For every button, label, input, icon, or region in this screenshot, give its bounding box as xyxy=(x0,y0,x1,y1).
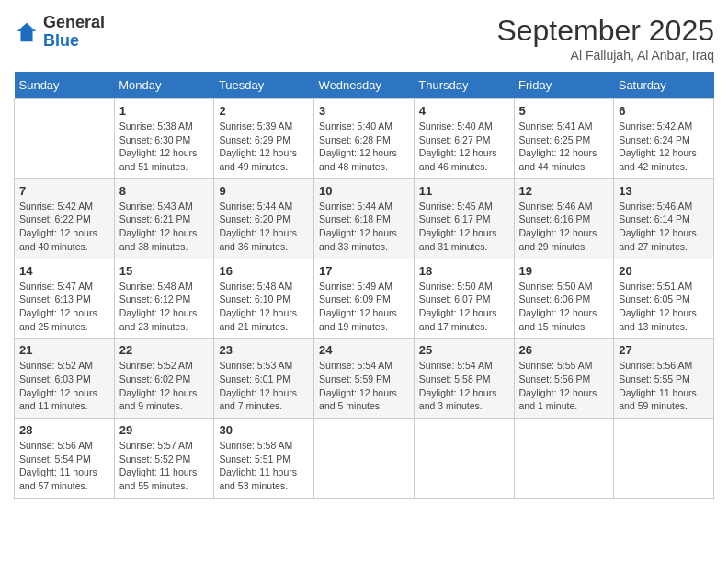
weekday-header-row: SundayMondayTuesdayWednesdayThursdayFrid… xyxy=(15,72,714,99)
day-info: Sunrise: 5:52 AM Sunset: 6:03 PM Dayligh… xyxy=(19,359,109,413)
calendar-cell: 1Sunrise: 5:38 AM Sunset: 6:30 PM Daylig… xyxy=(114,99,214,179)
calendar-cell: 5Sunrise: 5:41 AM Sunset: 6:25 PM Daylig… xyxy=(514,99,614,179)
day-info: Sunrise: 5:55 AM Sunset: 5:56 PM Dayligh… xyxy=(519,359,609,413)
day-number: 9 xyxy=(219,184,309,198)
calendar-cell: 24Sunrise: 5:54 AM Sunset: 5:59 PM Dayli… xyxy=(314,339,415,419)
day-number: 28 xyxy=(19,423,109,437)
logo-text: General Blue xyxy=(43,14,105,51)
day-number: 26 xyxy=(519,343,609,357)
day-number: 20 xyxy=(619,264,709,278)
calendar-cell xyxy=(15,99,115,179)
calendar-cell: 16Sunrise: 5:48 AM Sunset: 6:10 PM Dayli… xyxy=(214,259,314,339)
day-info: Sunrise: 5:51 AM Sunset: 6:05 PM Dayligh… xyxy=(619,280,709,334)
calendar-week-4: 21Sunrise: 5:52 AM Sunset: 6:03 PM Dayli… xyxy=(15,339,714,419)
calendar-week-5: 28Sunrise: 5:56 AM Sunset: 5:54 PM Dayli… xyxy=(15,419,714,499)
weekday-header-friday: Friday xyxy=(514,72,614,99)
calendar-cell: 7Sunrise: 5:42 AM Sunset: 6:22 PM Daylig… xyxy=(15,178,115,259)
day-number: 1 xyxy=(119,104,210,118)
day-info: Sunrise: 5:46 AM Sunset: 6:16 PM Dayligh… xyxy=(519,200,609,254)
calendar-cell: 18Sunrise: 5:50 AM Sunset: 6:07 PM Dayli… xyxy=(414,259,514,339)
day-info: Sunrise: 5:42 AM Sunset: 6:24 PM Dayligh… xyxy=(619,120,709,174)
weekday-header-sunday: Sunday xyxy=(15,72,115,99)
calendar-week-1: 1Sunrise: 5:38 AM Sunset: 6:30 PM Daylig… xyxy=(15,99,714,179)
day-info: Sunrise: 5:48 AM Sunset: 6:12 PM Dayligh… xyxy=(119,280,210,334)
page-header: General Blue September 2025 Al Fallujah,… xyxy=(14,14,714,63)
day-number: 10 xyxy=(319,184,409,198)
day-number: 12 xyxy=(519,184,609,198)
day-number: 14 xyxy=(19,264,109,278)
weekday-header-tuesday: Tuesday xyxy=(214,72,314,99)
calendar-cell xyxy=(614,419,714,499)
calendar-cell: 2Sunrise: 5:39 AM Sunset: 6:29 PM Daylig… xyxy=(214,99,314,179)
day-number: 13 xyxy=(619,184,709,198)
day-info: Sunrise: 5:40 AM Sunset: 6:28 PM Dayligh… xyxy=(319,120,409,174)
day-number: 6 xyxy=(619,104,709,118)
calendar-cell: 27Sunrise: 5:56 AM Sunset: 5:55 PM Dayli… xyxy=(614,339,714,419)
day-number: 27 xyxy=(619,343,709,357)
calendar-week-3: 14Sunrise: 5:47 AM Sunset: 6:13 PM Dayli… xyxy=(15,259,714,339)
day-number: 16 xyxy=(219,264,309,278)
day-number: 2 xyxy=(219,104,309,118)
weekday-header-wednesday: Wednesday xyxy=(314,72,415,99)
day-info: Sunrise: 5:52 AM Sunset: 6:02 PM Dayligh… xyxy=(119,359,210,413)
calendar-cell: 21Sunrise: 5:52 AM Sunset: 6:03 PM Dayli… xyxy=(15,339,115,419)
day-info: Sunrise: 5:56 AM Sunset: 5:55 PM Dayligh… xyxy=(619,359,709,413)
day-number: 11 xyxy=(419,184,509,198)
calendar-cell: 26Sunrise: 5:55 AM Sunset: 5:56 PM Dayli… xyxy=(514,339,614,419)
day-info: Sunrise: 5:56 AM Sunset: 5:54 PM Dayligh… xyxy=(19,439,109,493)
svg-marker-0 xyxy=(17,23,37,42)
day-number: 17 xyxy=(319,264,409,278)
day-info: Sunrise: 5:41 AM Sunset: 6:25 PM Dayligh… xyxy=(519,120,609,174)
day-info: Sunrise: 5:57 AM Sunset: 5:52 PM Dayligh… xyxy=(119,439,210,493)
calendar-cell: 30Sunrise: 5:58 AM Sunset: 5:51 PM Dayli… xyxy=(214,419,314,499)
calendar-cell: 22Sunrise: 5:52 AM Sunset: 6:02 PM Dayli… xyxy=(114,339,214,419)
calendar-cell: 14Sunrise: 5:47 AM Sunset: 6:13 PM Dayli… xyxy=(15,259,115,339)
calendar-cell: 9Sunrise: 5:44 AM Sunset: 6:20 PM Daylig… xyxy=(214,178,314,259)
day-number: 3 xyxy=(319,104,409,118)
calendar-cell xyxy=(314,419,415,499)
day-number: 23 xyxy=(219,343,309,357)
calendar-cell xyxy=(514,419,614,499)
day-info: Sunrise: 5:44 AM Sunset: 6:20 PM Dayligh… xyxy=(219,200,309,254)
weekday-header-thursday: Thursday xyxy=(414,72,514,99)
day-number: 29 xyxy=(119,423,210,437)
day-info: Sunrise: 5:53 AM Sunset: 6:01 PM Dayligh… xyxy=(219,359,309,413)
day-number: 8 xyxy=(119,184,210,198)
calendar-cell: 12Sunrise: 5:46 AM Sunset: 6:16 PM Dayli… xyxy=(514,178,614,259)
day-number: 15 xyxy=(119,264,210,278)
calendar-cell: 11Sunrise: 5:45 AM Sunset: 6:17 PM Dayli… xyxy=(414,178,514,259)
day-info: Sunrise: 5:50 AM Sunset: 6:07 PM Dayligh… xyxy=(419,280,509,334)
calendar-cell: 3Sunrise: 5:40 AM Sunset: 6:28 PM Daylig… xyxy=(314,99,415,179)
calendar-cell: 20Sunrise: 5:51 AM Sunset: 6:05 PM Dayli… xyxy=(614,259,714,339)
day-info: Sunrise: 5:54 AM Sunset: 5:59 PM Dayligh… xyxy=(319,359,409,413)
calendar-cell: 23Sunrise: 5:53 AM Sunset: 6:01 PM Dayli… xyxy=(214,339,314,419)
day-info: Sunrise: 5:49 AM Sunset: 6:09 PM Dayligh… xyxy=(319,280,409,334)
day-info: Sunrise: 5:44 AM Sunset: 6:18 PM Dayligh… xyxy=(319,200,409,254)
calendar-week-2: 7Sunrise: 5:42 AM Sunset: 6:22 PM Daylig… xyxy=(15,178,714,259)
day-number: 25 xyxy=(419,343,509,357)
logo: General Blue xyxy=(14,14,105,51)
logo-icon xyxy=(14,19,40,45)
calendar-cell: 4Sunrise: 5:40 AM Sunset: 6:27 PM Daylig… xyxy=(414,99,514,179)
day-info: Sunrise: 5:42 AM Sunset: 6:22 PM Dayligh… xyxy=(19,200,109,254)
day-number: 19 xyxy=(519,264,609,278)
calendar-cell: 10Sunrise: 5:44 AM Sunset: 6:18 PM Dayli… xyxy=(314,178,415,259)
calendar-cell: 13Sunrise: 5:46 AM Sunset: 6:14 PM Dayli… xyxy=(614,178,714,259)
day-info: Sunrise: 5:43 AM Sunset: 6:21 PM Dayligh… xyxy=(119,200,210,254)
day-number: 18 xyxy=(419,264,509,278)
day-info: Sunrise: 5:40 AM Sunset: 6:27 PM Dayligh… xyxy=(419,120,509,174)
month-title: September 2025 xyxy=(496,14,714,48)
day-number: 24 xyxy=(319,343,409,357)
calendar-cell: 17Sunrise: 5:49 AM Sunset: 6:09 PM Dayli… xyxy=(314,259,415,339)
day-number: 4 xyxy=(419,104,509,118)
calendar-cell: 28Sunrise: 5:56 AM Sunset: 5:54 PM Dayli… xyxy=(15,419,115,499)
day-number: 22 xyxy=(119,343,210,357)
day-info: Sunrise: 5:39 AM Sunset: 6:29 PM Dayligh… xyxy=(219,120,309,174)
day-info: Sunrise: 5:50 AM Sunset: 6:06 PM Dayligh… xyxy=(519,280,609,334)
calendar-cell: 15Sunrise: 5:48 AM Sunset: 6:12 PM Dayli… xyxy=(114,259,214,339)
day-info: Sunrise: 5:47 AM Sunset: 6:13 PM Dayligh… xyxy=(19,280,109,334)
day-number: 21 xyxy=(19,343,109,357)
calendar-table: SundayMondayTuesdayWednesdayThursdayFrid… xyxy=(14,72,714,499)
day-info: Sunrise: 5:48 AM Sunset: 6:10 PM Dayligh… xyxy=(219,280,309,334)
weekday-header-saturday: Saturday xyxy=(614,72,714,99)
